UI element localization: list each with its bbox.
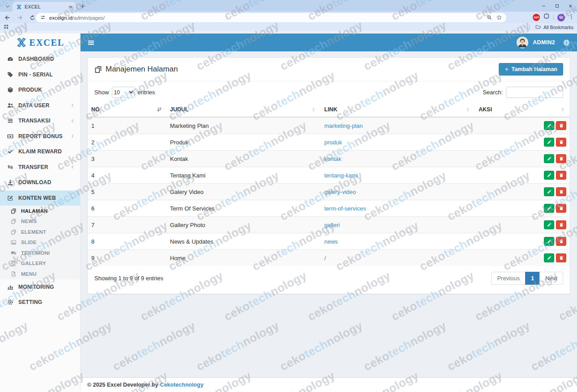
edit-button[interactable]	[544, 138, 554, 147]
browser-menu-icon[interactable]	[569, 13, 574, 21]
sidebar-item-element[interactable]: ELEMENT	[0, 227, 80, 237]
sidebar-item-download[interactable]: DOWNLOAD	[0, 175, 80, 190]
apps-grid-icon[interactable]	[4, 23, 9, 31]
tab-search-button[interactable]	[4, 2, 12, 10]
tab-close-icon[interactable]: ×	[69, 4, 72, 10]
show-label: Show	[94, 89, 109, 96]
column-header-no[interactable]: NO	[88, 102, 166, 117]
globe-icon[interactable]	[563, 39, 570, 46]
cell-link: kontak	[321, 151, 475, 167]
delete-button[interactable]	[556, 138, 566, 147]
sidebar-item-report-bonus[interactable]: REPORT BONUS	[0, 129, 80, 144]
sidebar-item-konten-web[interactable]: KONTEN WEB	[0, 190, 80, 206]
sidebar-item-halaman[interactable]: HALAMAN	[0, 206, 80, 216]
sidebar-item-gallery[interactable]: GALLERY	[0, 258, 80, 269]
sidebar-item-label: SETTING	[18, 299, 42, 305]
delete-button[interactable]	[556, 237, 566, 246]
delete-button[interactable]	[556, 220, 566, 229]
sidebar-item-transfer[interactable]: TRANSFER	[0, 160, 80, 175]
sidebar-item-klaim-reward[interactable]: KLAIM REWARD	[0, 144, 80, 160]
cell-aksi	[475, 167, 570, 184]
edit-button[interactable]	[544, 220, 554, 229]
adblock-extension-icon[interactable]: ABP	[533, 14, 540, 21]
column-header-link[interactable]: LINK	[321, 102, 475, 117]
sidebar-item-monitoring[interactable]: MONITORING	[0, 279, 80, 295]
table-row: 8News & Updatesnews	[88, 233, 570, 250]
sidebar-item-slide[interactable]: SLIDE	[0, 237, 80, 248]
edit-button[interactable]	[544, 171, 554, 180]
edit-button[interactable]	[544, 154, 554, 163]
cell-link: term-of-services	[321, 200, 475, 217]
pagination-next-button[interactable]: Next	[539, 272, 563, 285]
page-link[interactable]: news	[324, 238, 338, 245]
back-button[interactable]	[2, 13, 13, 22]
entries-label: entries	[138, 89, 155, 96]
delete-button[interactable]	[556, 121, 566, 130]
zoom-icon[interactable]	[487, 14, 492, 22]
column-header-judul[interactable]: JUDUL	[166, 102, 321, 117]
app-logo[interactable]: EXCEL	[0, 34, 80, 51]
add-page-button[interactable]: Tambah Halaman	[499, 63, 563, 76]
table-row: 1Marketing Planmarketing-plan	[88, 117, 570, 134]
cell-judul: Marketing Plan	[166, 117, 321, 134]
window-minimize-button[interactable]	[537, 0, 550, 12]
page-link[interactable]: term-of-services	[324, 205, 366, 212]
user-name[interactable]: ADMIN2	[533, 39, 555, 46]
tab-title: EXCEL	[25, 4, 66, 9]
cell-aksi	[475, 151, 570, 167]
delete-button[interactable]	[556, 187, 566, 196]
page-link[interactable]: galery-video	[324, 189, 356, 195]
delete-button[interactable]	[556, 253, 566, 262]
delete-button[interactable]	[556, 204, 566, 213]
window-maximize-button[interactable]	[550, 0, 564, 12]
cell-link: news	[321, 233, 475, 250]
sidebar-item-produk[interactable]: PRODUK	[0, 82, 80, 98]
chevron-left-icon	[71, 165, 75, 169]
sort-both-icon	[560, 107, 565, 112]
profile-avatar[interactable]: W	[557, 14, 565, 21]
pagination-previous-button[interactable]: Previous	[491, 272, 526, 285]
sidebar-item-dashboard[interactable]: DASHBOARD	[0, 51, 80, 67]
delete-button[interactable]	[556, 154, 566, 163]
cell-no: 4	[88, 167, 166, 184]
edit-button[interactable]	[544, 187, 554, 196]
users-icon	[6, 102, 14, 109]
cube-icon	[6, 87, 14, 93]
sidebar-item-label: ELEMENT	[21, 229, 46, 235]
bookmark-star-icon[interactable]	[496, 14, 502, 22]
page-link[interactable]: kontak	[324, 156, 341, 162]
page-link[interactable]: galleri	[324, 222, 340, 228]
edit-button[interactable]	[544, 237, 554, 246]
page-link[interactable]: produk	[324, 139, 342, 146]
cekotechnology-link[interactable]: Cekotechnology	[160, 382, 204, 388]
user-avatar[interactable]	[517, 37, 528, 48]
new-tab-button[interactable]	[79, 2, 86, 10]
edit-button[interactable]	[544, 253, 554, 262]
search-input[interactable]	[506, 87, 563, 98]
page-link[interactable]: tentang-kami	[324, 172, 358, 179]
extensions-icon[interactable]	[543, 13, 550, 21]
pagination-page-1-button[interactable]: 1	[525, 272, 540, 285]
plus-icon	[505, 67, 509, 72]
sidebar-item-transaksi[interactable]: TRANSAKSI	[0, 113, 80, 129]
url-bar[interactable]: excelgn.id/admin/pages/	[36, 13, 506, 22]
sidebar-item-pin-serial[interactable]: PIN - SERIAL	[0, 67, 80, 83]
all-bookmarks-label[interactable]: All Bookmarks	[543, 25, 573, 30]
delete-button[interactable]	[556, 171, 566, 180]
site-settings-icon[interactable]	[40, 14, 46, 22]
sidebar-item-testimoni[interactable]: TESTIMONI	[0, 248, 80, 258]
sidebar-item-setting[interactable]: SETTING	[0, 295, 80, 310]
page-link[interactable]: marketing-plan	[324, 122, 363, 129]
forward-button[interactable]	[14, 13, 25, 22]
sidebar-toggle-button[interactable]	[81, 34, 101, 51]
column-header-aksi[interactable]: AKSI	[475, 102, 570, 117]
sidebar-item-data-user[interactable]: DATA USER	[0, 98, 80, 114]
page-link[interactable]: /	[324, 255, 326, 261]
browser-tab[interactable]: EXCEL ×	[13, 2, 76, 12]
edit-button[interactable]	[544, 204, 554, 213]
sidebar-item-news[interactable]: NEWS	[0, 216, 80, 227]
sidebar-item-menu[interactable]: MENU	[0, 269, 80, 279]
window-close-button[interactable]	[564, 0, 577, 12]
edit-button[interactable]	[544, 121, 554, 130]
page-length-select[interactable]: 10	[112, 87, 135, 98]
